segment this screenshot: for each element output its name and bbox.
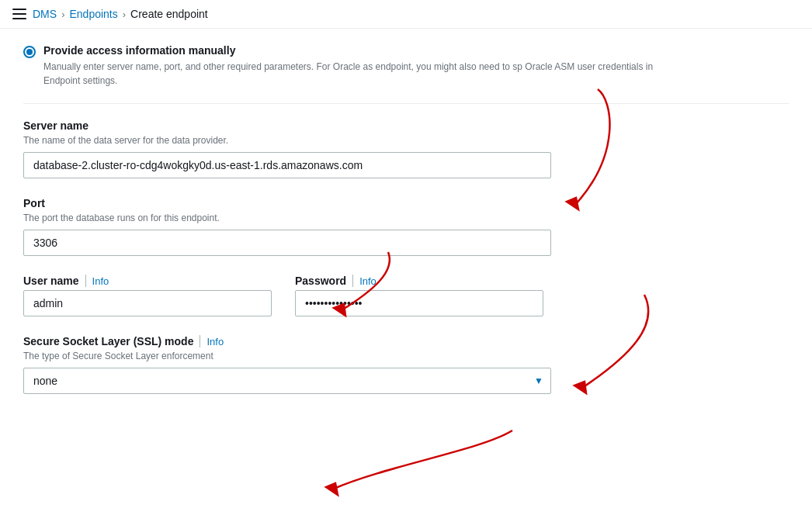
port-description: The port the database runs on for this e… (23, 213, 789, 223)
ssl-mode-select[interactable]: none require verify-ca verify-full (23, 368, 551, 394)
breadcrumb-dms[interactable]: DMS (33, 8, 57, 20)
password-label: Password Info (295, 275, 543, 287)
divider (23, 103, 789, 104)
separator-username (85, 275, 86, 287)
ssl-select-wrapper: none require verify-ca verify-full ▼ (23, 368, 551, 394)
port-input[interactable] (23, 230, 551, 256)
server-name-label: Server name (23, 119, 789, 132)
breadcrumb-current: Create endpoint (130, 8, 208, 20)
server-name-section: Server name The name of the data server … (23, 119, 789, 178)
port-section: Port The port the database runs on for t… (23, 197, 789, 256)
ssl-mode-label: Secure Socket Layer (SSL) mode Info (23, 335, 789, 347)
server-name-input[interactable] (23, 152, 551, 178)
hamburger-menu-icon[interactable] (12, 9, 26, 19)
page-wrapper: DMS › Endpoints › Create endpoint Provid… (0, 0, 812, 522)
main-content: Provide access information manually Manu… (0, 29, 812, 428)
svg-marker-3 (326, 483, 338, 495)
breadcrumb: DMS › Endpoints › Create endpoint (33, 8, 208, 20)
password-info-link[interactable]: Info (359, 275, 377, 287)
separator-ssl (200, 335, 200, 347)
top-nav: DMS › Endpoints › Create endpoint (0, 0, 812, 29)
password-field: Password Info (295, 275, 543, 316)
radio-option-manual[interactable]: Provide access information manually Manu… (23, 44, 789, 88)
server-name-description: The name of the data server for the data… (23, 135, 789, 146)
credentials-row: User name Info Password Info (23, 275, 789, 316)
radio-label-container: Provide access information manually Manu… (43, 44, 665, 88)
ssl-mode-section: Secure Socket Layer (SSL) mode Info The … (23, 335, 789, 394)
radio-title: Provide access information manually (43, 44, 665, 57)
breadcrumb-endpoints[interactable]: Endpoints (69, 8, 117, 20)
ssl-info-link[interactable]: Info (206, 336, 224, 347)
radio-description: Manually enter server name, port, and ot… (43, 60, 665, 88)
ssl-description: The type of Secure Socket Layer enforcem… (23, 351, 789, 361)
radio-button-selected[interactable] (23, 46, 36, 58)
username-input[interactable] (23, 290, 272, 316)
breadcrumb-separator-2: › (123, 9, 126, 20)
username-info-link[interactable]: Info (92, 275, 109, 287)
username-field: User name Info (23, 275, 272, 316)
separator-password (352, 275, 353, 287)
port-label: Port (23, 197, 789, 209)
username-label: User name Info (23, 275, 272, 287)
breadcrumb-separator-1: › (61, 9, 64, 20)
password-input[interactable] (295, 290, 543, 316)
